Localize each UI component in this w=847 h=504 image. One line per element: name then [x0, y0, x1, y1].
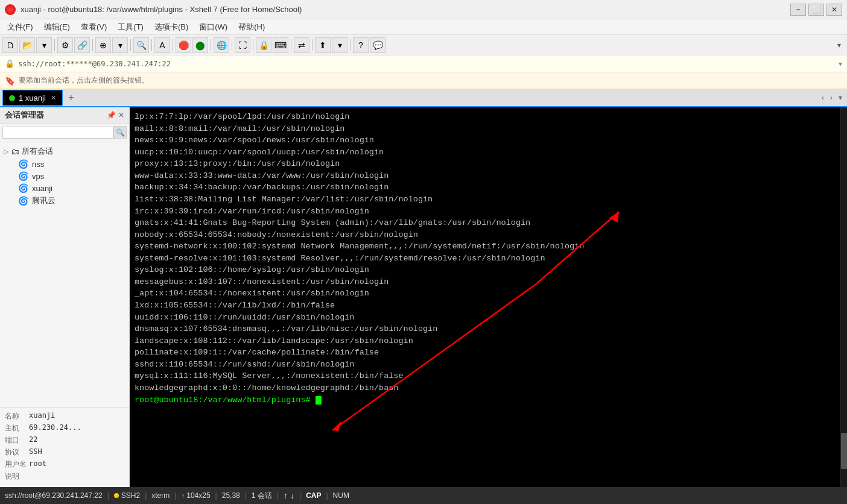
- toolbar-upload[interactable]: ⬆: [315, 37, 331, 53]
- toolbar-keyboard[interactable]: ⌨: [273, 37, 288, 53]
- status-cap-label: CAP: [306, 491, 321, 500]
- toolbar-sep-1: [54, 39, 55, 51]
- sidebar-item-xuanji[interactable]: 🌀 xuanji: [14, 182, 129, 194]
- window-controls: － ⬜ ✕: [790, 4, 842, 16]
- tab-add-button[interactable]: +: [64, 90, 78, 105]
- tab-prev-button[interactable]: ‹: [819, 92, 826, 103]
- tab-close-btn[interactable]: ✕: [51, 94, 56, 102]
- menu-window[interactable]: 窗口(W): [194, 20, 232, 34]
- tab-menu-button[interactable]: ▾: [836, 92, 845, 103]
- terminal-area[interactable]: lp:x:7:7:lp:/var/spool/lpd:/usr/sbin/nol…: [130, 107, 840, 487]
- title-bar: xuanji - root@ubuntu18: /var/www/html/pl…: [0, 0, 847, 19]
- close-button[interactable]: ✕: [826, 4, 842, 16]
- status-ssh-label: SSH2: [121, 491, 140, 500]
- info-text: 要添加当前会话，点击左侧的箭头按钮。: [19, 75, 149, 86]
- toolbar-open[interactable]: 📂: [19, 37, 35, 53]
- toolbar-sep-5: [173, 39, 173, 51]
- status-dot: [114, 493, 119, 498]
- toolbar-dropdown3[interactable]: ▾: [332, 37, 347, 53]
- session-value-proto: SSH: [29, 447, 42, 458]
- session-row-desc: 说明: [5, 471, 124, 482]
- menu-tools[interactable]: 工具(T): [113, 20, 148, 34]
- status-sessions: 1 会话: [252, 491, 272, 501]
- tree-root-folder-icon: 🗂: [11, 146, 19, 156]
- sidebar-item-vps[interactable]: 🌀 vps: [14, 170, 129, 182]
- status-sep-8: |: [326, 491, 328, 500]
- toolbar-sep-7: [232, 39, 232, 51]
- sidebar-close-icon[interactable]: ✕: [118, 111, 124, 119]
- menu-file[interactable]: 文件(F): [2, 20, 38, 34]
- session-row-user: 用户名 root: [5, 459, 124, 470]
- toolbar-copy-session[interactable]: ⊕: [95, 37, 111, 53]
- toolbar-dropdown[interactable]: ▾: [36, 37, 52, 53]
- toolbar-transfer[interactable]: ⇄: [294, 37, 309, 53]
- status-up-arrow[interactable]: ↑: [284, 491, 288, 500]
- terminal-scrollbar[interactable]: [840, 107, 847, 487]
- status-terminal: xterm: [151, 491, 170, 500]
- toolbar-connect[interactable]: 🔗: [74, 37, 90, 53]
- menu-view[interactable]: 查看(V): [76, 20, 112, 34]
- tab-dot: [9, 95, 15, 101]
- session-value-name: xuanji: [29, 411, 55, 421]
- app-icon: [5, 4, 16, 15]
- tree-item-icon-vps: 🌀: [18, 171, 28, 181]
- toolbar-sep-9: [291, 39, 291, 51]
- menu-tabs[interactable]: 选项卡(B): [150, 20, 193, 34]
- restore-button[interactable]: ⬜: [808, 4, 824, 16]
- tab-nav: ‹ › ▾: [819, 92, 845, 103]
- tab-label: 1 xuanji: [19, 93, 46, 102]
- toolbar-sep-8: [253, 39, 253, 51]
- session-value-port: 22: [29, 435, 37, 446]
- toolbar-scroll[interactable]: ▾: [837, 41, 845, 49]
- status-size: ↑ 104x25: [181, 491, 210, 500]
- tree-children: 🌀 nss 🌀 vps 🌀 xuanji 🌀 腾讯云: [0, 158, 129, 207]
- status-sep-1: |: [107, 491, 109, 500]
- menu-help[interactable]: 帮助(H): [233, 20, 270, 34]
- tab-xuanji[interactable]: 1 xuanji ✕: [2, 90, 63, 106]
- info-icon: 🔖: [5, 76, 15, 86]
- info-bar: 🔖 要添加当前会话，点击左侧的箭头按钮。: [0, 72, 847, 89]
- menu-edit[interactable]: 编辑(E): [39, 20, 75, 34]
- status-sep-2: |: [145, 491, 147, 500]
- session-label-name: 名称: [5, 411, 29, 421]
- sidebar-search-input[interactable]: [2, 127, 113, 139]
- sidebar-header: 会话管理器 📌 ✕: [0, 107, 129, 124]
- minimize-button[interactable]: －: [790, 4, 806, 16]
- sidebar-item-nss[interactable]: 🌀 nss: [14, 158, 129, 170]
- sidebar-tree-root[interactable]: ▷ 🗂 所有会话: [0, 145, 129, 158]
- toolbar-globe[interactable]: 🌐: [214, 37, 229, 53]
- tab-bar: 1 xuanji ✕ + ‹ › ▾: [0, 89, 847, 107]
- status-arrows: ↑ ↓: [284, 491, 294, 500]
- toolbar-msg[interactable]: 💬: [370, 37, 385, 53]
- status-address: ssh://root@69.230.241.247:22: [5, 491, 103, 500]
- session-row-proto: 协议 SSH: [5, 447, 124, 458]
- terminal-output[interactable]: lp:x:7:7:lp:/var/spool/lpd:/usr/sbin/nol…: [130, 107, 840, 487]
- toolbar-settings[interactable]: ⚙: [57, 37, 73, 53]
- toolbar-search[interactable]: 🔍: [133, 37, 149, 53]
- toolbar-fullscreen[interactable]: ⛶: [235, 37, 250, 53]
- sidebar-search-button[interactable]: 🔍: [113, 126, 127, 139]
- toolbar-red[interactable]: 🛑: [176, 37, 191, 53]
- session-label-proto: 协议: [5, 447, 29, 458]
- address-text: ssh://root:******@69.230.241.247:22: [18, 60, 171, 68]
- toolbar-help[interactable]: ?: [353, 37, 369, 53]
- status-down-arrow[interactable]: ↓: [290, 491, 294, 500]
- toolbar-green[interactable]: ⬤: [192, 37, 208, 53]
- toolbar-font[interactable]: A: [154, 37, 170, 53]
- session-row-name: 名称 xuanji: [5, 411, 124, 421]
- lock-icon: 🔒: [5, 59, 14, 68]
- sidebar-pin-icon[interactable]: 📌: [107, 111, 116, 119]
- session-label-host: 主机: [5, 423, 29, 433]
- toolbar-sep-6: [211, 39, 211, 51]
- toolbar-lock[interactable]: 🔒: [256, 37, 271, 53]
- tree-item-label-nss: nss: [32, 160, 44, 169]
- address-scroll[interactable]: ▾: [839, 60, 842, 68]
- session-row-port: 端口 22: [5, 435, 124, 446]
- sidebar-item-tencent[interactable]: 🌀 腾讯云: [14, 194, 129, 207]
- tree-item-icon-tencent: 🌀: [18, 196, 28, 206]
- toolbar-dropdown2[interactable]: ▾: [112, 37, 128, 53]
- toolbar-new[interactable]: 🗋: [2, 37, 18, 53]
- scrollbar-thumb[interactable]: [841, 433, 847, 469]
- tab-next-button[interactable]: ›: [828, 92, 835, 103]
- tree-item-label-vps: vps: [32, 172, 44, 181]
